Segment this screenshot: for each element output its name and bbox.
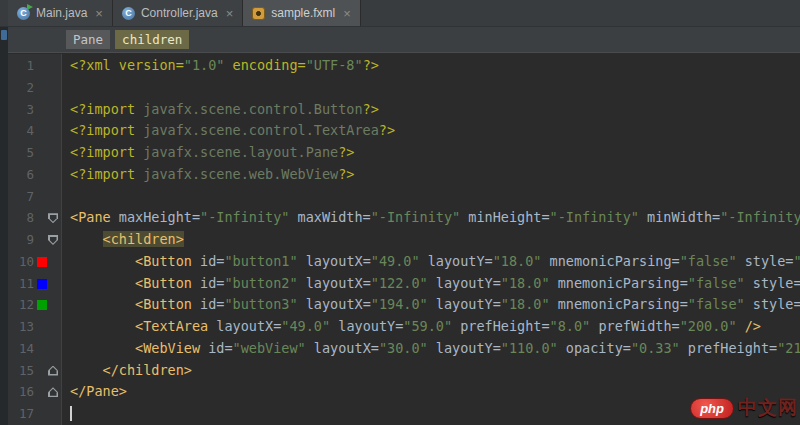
tab-label: Main.java bbox=[36, 6, 87, 20]
php-logo: php bbox=[690, 398, 734, 419]
tab-controller-java[interactable]: C Controller.java × bbox=[113, 0, 243, 26]
editor-tab-bar: C Main.java × C Controller.java × sample… bbox=[0, 0, 800, 27]
tab-sample-fxml[interactable]: sample.fxml × bbox=[243, 0, 361, 26]
code-text: <Button id="button3" layoutX="194.0" lay… bbox=[63, 294, 800, 316]
line-number[interactable]: 6 bbox=[8, 164, 34, 186]
code-line[interactable]: 16</Pane> bbox=[8, 381, 800, 403]
gutter-cell[interactable] bbox=[34, 381, 63, 403]
java-class-icon: C bbox=[122, 7, 135, 20]
code-line[interactable]: 6<?import javafx.scene.web.WebView?> bbox=[8, 164, 800, 186]
code-line[interactable]: 11 <Button id="button2" layoutX="122.0" … bbox=[8, 273, 800, 295]
code-line[interactable]: 10 <Button id="button1" layoutX="49.0" l… bbox=[8, 251, 800, 273]
tool-window-stripe bbox=[0, 27, 8, 425]
gutter-cell[interactable] bbox=[34, 251, 63, 273]
gutter-cell[interactable] bbox=[34, 164, 63, 186]
breadcrumb-pane[interactable]: Pane bbox=[66, 30, 110, 49]
code-line[interactable]: 5<?import javafx.scene.layout.Pane?> bbox=[8, 142, 800, 164]
gutter-cell[interactable] bbox=[34, 403, 63, 425]
gutter-cell[interactable] bbox=[34, 294, 63, 316]
code-line[interactable]: 7 bbox=[8, 186, 800, 208]
tab-main-java[interactable]: C Main.java × bbox=[8, 0, 113, 26]
code-line[interactable]: 12 <Button id="button3" layoutX="194.0" … bbox=[8, 294, 800, 316]
watermark-text: 中文网 bbox=[738, 395, 798, 421]
color-swatch[interactable] bbox=[37, 257, 47, 267]
line-number[interactable]: 2 bbox=[8, 77, 34, 99]
line-number[interactable]: 14 bbox=[8, 338, 34, 360]
line-number[interactable]: 17 bbox=[8, 403, 34, 425]
tab-label: sample.fxml bbox=[271, 6, 335, 20]
line-number[interactable]: 13 bbox=[8, 316, 34, 338]
code-line[interactable]: 13 <TextArea layoutX="49.0" layoutY="59.… bbox=[8, 316, 800, 338]
gutter-cell[interactable] bbox=[34, 77, 63, 99]
line-number[interactable]: 4 bbox=[8, 120, 34, 142]
line-number[interactable]: 8 bbox=[8, 207, 34, 229]
code-line[interactable]: 2 bbox=[8, 77, 800, 99]
code-line[interactable]: 9 <children> bbox=[8, 229, 800, 251]
close-icon[interactable]: × bbox=[95, 7, 103, 20]
code-text bbox=[63, 77, 800, 99]
watermark: php 中文网 bbox=[690, 395, 798, 421]
fxml-file-icon bbox=[252, 7, 265, 20]
code-editor[interactable]: 1<?xml version="1.0" encoding="UTF-8"?>2… bbox=[8, 54, 800, 425]
gutter-cell[interactable] bbox=[34, 316, 63, 338]
line-number[interactable]: 3 bbox=[8, 99, 34, 121]
tool-stripe-fragment-icon bbox=[1, 30, 7, 40]
run-arrow-icon bbox=[27, 4, 33, 10]
code-line[interactable]: 4<?import javafx.scene.control.TextArea?… bbox=[8, 120, 800, 142]
code-text: <Pane maxHeight="-Infinity" maxWidth="-I… bbox=[63, 207, 800, 229]
gutter-cell[interactable] bbox=[34, 207, 63, 229]
code-line[interactable]: 14 <WebView id="webView" layoutX="30.0" … bbox=[8, 338, 800, 360]
code-text: <?xml version="1.0" encoding="UTF-8"?> bbox=[63, 55, 800, 77]
java-class-run-icon: C bbox=[17, 7, 30, 20]
close-icon[interactable]: × bbox=[226, 7, 234, 20]
code-text: <Button id="button1" layoutX="49.0" layo… bbox=[63, 251, 800, 273]
line-number[interactable]: 10 bbox=[8, 251, 34, 273]
line-number[interactable]: 15 bbox=[8, 360, 34, 382]
code-text: <children> bbox=[63, 229, 800, 251]
code-line[interactable]: 1<?xml version="1.0" encoding="UTF-8"?> bbox=[8, 55, 800, 77]
text-caret bbox=[70, 406, 72, 421]
line-number[interactable]: 5 bbox=[8, 142, 34, 164]
line-number[interactable]: 11 bbox=[8, 273, 34, 295]
tab-label: Controller.java bbox=[141, 6, 218, 20]
code-text bbox=[63, 186, 800, 208]
gutter-cell[interactable] bbox=[34, 338, 63, 360]
code-text: <?import javafx.scene.layout.Pane?> bbox=[63, 142, 800, 164]
gutter-cell[interactable] bbox=[34, 360, 63, 382]
code-line[interactable]: 15 </children> bbox=[8, 360, 800, 382]
color-swatch[interactable] bbox=[37, 279, 47, 289]
code-line[interactable]: 17 bbox=[8, 403, 800, 425]
editor-lines[interactable]: 1<?xml version="1.0" encoding="UTF-8"?>2… bbox=[8, 54, 800, 425]
code-text: <?import javafx.scene.control.TextArea?> bbox=[63, 120, 800, 142]
gutter-cell[interactable] bbox=[34, 142, 63, 164]
gutter-cell[interactable] bbox=[34, 120, 63, 142]
close-icon[interactable]: × bbox=[343, 7, 351, 20]
line-number[interactable]: 16 bbox=[8, 381, 34, 403]
code-text: <?import javafx.scene.web.WebView?> bbox=[63, 164, 800, 186]
gutter-cell[interactable] bbox=[34, 55, 63, 77]
fold-marker-icon[interactable] bbox=[48, 387, 58, 397]
gutter-cell[interactable] bbox=[34, 273, 63, 295]
code-line[interactable]: 8<Pane maxHeight="-Infinity" maxWidth="-… bbox=[8, 207, 800, 229]
breadcrumb-children[interactable]: children bbox=[115, 30, 189, 49]
color-swatch[interactable] bbox=[37, 300, 47, 310]
line-number[interactable]: 9 bbox=[8, 229, 34, 251]
code-text: <TextArea layoutX="49.0" layoutY="59.0" … bbox=[63, 316, 800, 338]
gutter-cell[interactable] bbox=[34, 186, 63, 208]
code-line[interactable]: 3<?import javafx.scene.control.Button?> bbox=[8, 99, 800, 121]
fold-marker-icon[interactable] bbox=[48, 235, 58, 245]
fold-marker-icon[interactable] bbox=[48, 213, 58, 223]
line-number[interactable]: 1 bbox=[8, 55, 34, 77]
line-number[interactable]: 12 bbox=[8, 294, 34, 316]
breadcrumb: Pane children bbox=[8, 27, 800, 53]
gutter-cell[interactable] bbox=[34, 99, 63, 121]
code-text: </children> bbox=[63, 360, 800, 382]
code-text: <WebView id="webView" layoutX="30.0" lay… bbox=[63, 338, 800, 360]
code-text: <Button id="button2" layoutX="122.0" lay… bbox=[63, 273, 800, 295]
fold-marker-icon[interactable] bbox=[48, 366, 58, 376]
code-text: <?import javafx.scene.control.Button?> bbox=[63, 99, 800, 121]
line-number[interactable]: 7 bbox=[8, 186, 34, 208]
gutter-cell[interactable] bbox=[34, 229, 63, 251]
